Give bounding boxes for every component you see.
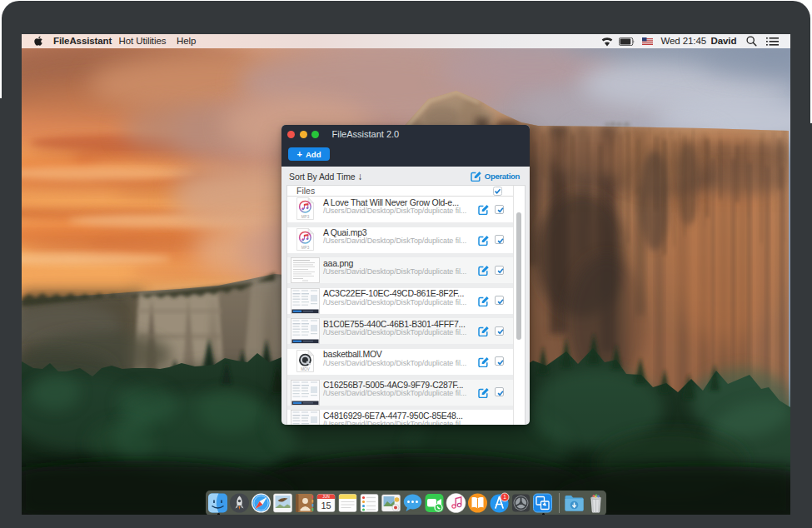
svg-text:1: 1 xyxy=(503,494,506,500)
svg-text:JUN: JUN xyxy=(322,495,330,499)
svg-text:15: 15 xyxy=(321,501,331,511)
